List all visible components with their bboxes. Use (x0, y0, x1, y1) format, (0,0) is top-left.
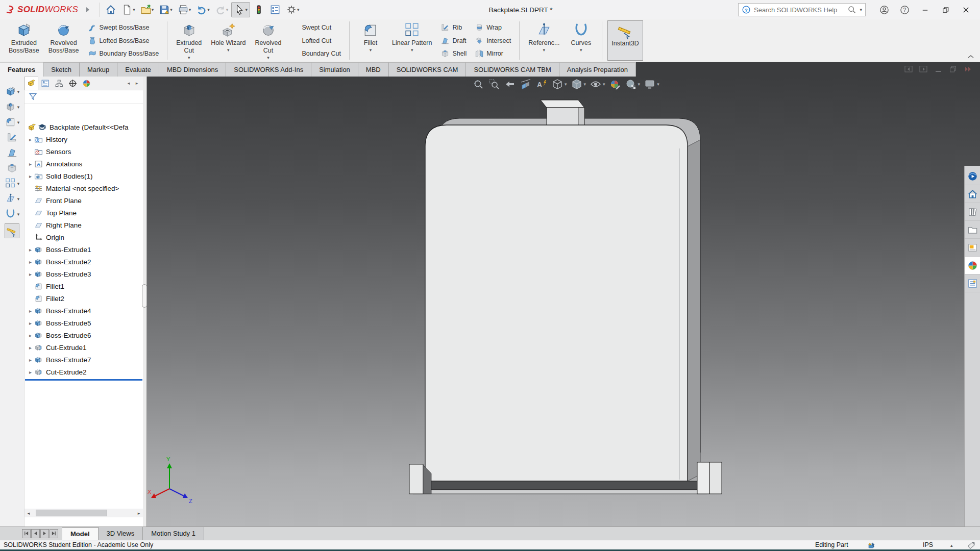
tree-item-right-plane[interactable]: Right Plane (24, 219, 143, 231)
view-settings-caret-icon[interactable]: ▾ (657, 82, 659, 87)
task-pane-custom-properties-button[interactable] (965, 274, 980, 292)
tree-item-top-plane[interactable]: Top Plane (24, 207, 143, 219)
dynamic-annotation-views-button[interactable]: A (535, 78, 548, 90)
tree-item-boss-extrude2[interactable]: ▸Boss-Extrude2 (24, 256, 143, 268)
undo-caret-icon[interactable]: ▾ (207, 7, 210, 12)
task-pane-view-palette-button[interactable] (965, 239, 980, 257)
wrap-button[interactable]: Wrap (473, 22, 513, 33)
tree-item-cut-extrude1[interactable]: ▸Cut-Extrude1 (24, 341, 143, 354)
window-previous-icon[interactable] (904, 64, 914, 74)
model-backplate[interactable] (147, 77, 980, 527)
view-orientation-caret-icon[interactable]: ▾ (565, 82, 567, 87)
filter-funnel-icon[interactable] (29, 92, 37, 101)
expand-arrow-icon[interactable]: ▸ (27, 320, 34, 326)
splitter-handle[interactable] (142, 284, 147, 308)
tree-item-boss-extrude6[interactable]: ▸Boss-Extrude6 (24, 329, 143, 341)
task-pane-appearances-scenes-button[interactable] (965, 257, 980, 274)
select-cursor-caret-icon[interactable]: ▾ (245, 7, 248, 12)
extruded-cut-caret-icon[interactable]: ▾ (17, 105, 20, 110)
shell-button[interactable] (6, 162, 18, 174)
tree-item-boss-extrude5[interactable]: ▸Boss-Extrude5 (24, 317, 143, 329)
extruded-cut-button[interactable]: ▾ (5, 101, 20, 113)
extruded-boss-button[interactable]: ▾ (5, 86, 20, 97)
view-orientation-button[interactable]: ▾ (551, 78, 567, 90)
doc-tab-model[interactable]: Model (62, 527, 99, 540)
view-settings-button[interactable]: ▾ (644, 78, 659, 90)
user-profile-button[interactable] (874, 1, 894, 18)
undo-button[interactable]: ▾ (194, 3, 212, 17)
fillet-caret-icon[interactable]: ▾ (17, 120, 20, 125)
tree-item-history[interactable]: ▸History (24, 133, 143, 145)
tree-horizontal-scrollbar[interactable]: ◂ ▸ (24, 509, 143, 517)
fillet-button[interactable]: Fillet▾ (355, 20, 386, 61)
hide-show-items-button[interactable]: ▾ (590, 78, 605, 90)
hide-show-items-caret-icon[interactable]: ▾ (603, 82, 605, 87)
tab-markup[interactable]: Markup (80, 62, 117, 77)
section-view-button[interactable] (520, 78, 532, 90)
rib-button[interactable] (6, 132, 18, 143)
window-minimize-icon[interactable] (934, 64, 943, 74)
expand-arrow-icon[interactable]: ▸ (27, 333, 34, 338)
tree-item-front-plane[interactable]: Front Plane (24, 194, 143, 207)
select-cursor-button[interactable]: ▾ (231, 2, 250, 17)
display-settings-button[interactable] (251, 3, 266, 17)
display-style-button[interactable]: ▾ (571, 78, 586, 90)
manager-tab-configurationmanager[interactable] (52, 77, 66, 90)
rollback-bar[interactable] (25, 379, 142, 381)
doc-tab-motion-study-1[interactable]: Motion Study 1 (143, 527, 204, 540)
nav-prev-button[interactable] (31, 529, 40, 538)
draft-button[interactable]: Draft (438, 36, 469, 46)
revolved-boss-base-button[interactable]: RevolvedBoss/Base (45, 20, 83, 61)
expand-arrow-icon[interactable]: ▸ (27, 173, 34, 179)
extruded-boss-base-button[interactable]: ExtrudedBoss/Base (5, 20, 43, 61)
expand-arrow-icon[interactable]: ▸ (27, 259, 34, 265)
instant3d-button[interactable]: Instant3D (607, 20, 643, 61)
tab-features[interactable]: Features (0, 62, 43, 77)
tab-sketch[interactable]: Sketch (43, 62, 80, 77)
open-document-button[interactable]: ▾ (138, 3, 156, 17)
tree-item-material-not-specified[interactable]: Material <not specified> (24, 182, 143, 194)
task-pane-sw-resources-button[interactable] (965, 185, 980, 203)
tree-item-cut-extrude2[interactable]: ▸Cut-Extrude2 (24, 366, 143, 378)
linear-pattern-caret-icon[interactable]: ▾ (17, 181, 20, 186)
previous-view-button[interactable] (504, 78, 516, 90)
linear-pattern-button[interactable]: ▾ (5, 178, 20, 189)
new-document-caret-icon[interactable]: ▾ (133, 7, 135, 12)
shell-button[interactable]: Shell (438, 48, 469, 59)
manager-tab-dimxpertmanager[interactable] (66, 77, 80, 90)
options-list-button[interactable] (267, 3, 283, 17)
settings-gear-button[interactable]: ▾ (284, 3, 302, 17)
lofted-boss-base-button[interactable]: Lofted Boss/Base (86, 36, 161, 46)
units-dropdown-icon[interactable]: ▴ (950, 543, 953, 548)
instant3d-button[interactable] (5, 223, 19, 238)
tab-simulation[interactable]: Simulation (311, 62, 358, 77)
manager-tabs-next-icon[interactable]: ▸ (133, 77, 141, 90)
referenc-caret-icon[interactable]: ▾ (543, 47, 546, 53)
tab-evaluate[interactable]: Evaluate (117, 62, 159, 77)
curves-button[interactable]: ▾ (5, 208, 20, 220)
tree-item-boss-extrude4[interactable]: ▸Boss-Extrude4 (24, 305, 143, 317)
fillet-button[interactable]: ▾ (5, 116, 20, 128)
expand-arrow-icon[interactable]: ▸ (27, 308, 34, 314)
referenc-button[interactable]: Referenc...▾ (525, 20, 563, 61)
tab-mbd[interactable]: MBD (358, 62, 389, 77)
scrollbar-thumb[interactable] (36, 510, 107, 516)
redo-caret-icon[interactable]: ▾ (226, 7, 229, 12)
home-button[interactable] (103, 3, 118, 17)
nav-last-button[interactable] (50, 529, 58, 538)
swept-boss-base-button[interactable]: Swept Boss/Base (86, 22, 161, 33)
task-pane-design-library-button[interactable] (965, 203, 980, 221)
apply-scene-caret-icon[interactable]: ▾ (638, 82, 641, 87)
zoom-area-button[interactable] (488, 78, 500, 90)
display-style-caret-icon[interactable]: ▾ (584, 82, 586, 87)
curves-caret-icon[interactable]: ▾ (580, 47, 582, 53)
tree-item-boss-extrude7[interactable]: ▸Boss-Extrude7 (24, 354, 143, 366)
tree-item-boss-extrude1[interactable]: ▸Boss-Extrude1 (24, 243, 143, 256)
help-button[interactable]: ? (894, 1, 915, 18)
doc-tab-3d-views[interactable]: 3D Views (99, 527, 143, 540)
help-search-box[interactable]: ? ▾ (738, 3, 866, 16)
linear-pattern-caret-icon[interactable]: ▾ (411, 47, 413, 53)
extruded-boss-caret-icon[interactable]: ▾ (17, 89, 20, 94)
manager-tabs-prev-icon[interactable]: ◂ (125, 77, 133, 90)
extruded-cut-button[interactable]: ExtrudedCut▾ (173, 20, 205, 61)
